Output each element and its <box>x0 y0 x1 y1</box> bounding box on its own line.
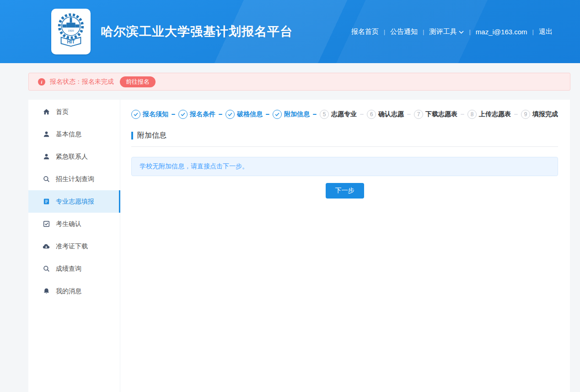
step-2: 报名条件 <box>178 110 215 119</box>
sidebar-item-label: 成绩查询 <box>56 265 81 273</box>
status-alert: i 报名状态：报名未完成 前往报名 <box>28 73 570 91</box>
sidebar-item-plan-query[interactable]: 招生计划查询 <box>28 168 120 190</box>
sidebar-item-candidate-confirm[interactable]: 考生确认 <box>28 213 120 235</box>
info-icon: i <box>38 78 45 86</box>
user-icon <box>43 131 50 138</box>
sidebar-item-emergency-contact[interactable]: 紧急联系人 <box>28 145 120 168</box>
step-3: 破格信息 <box>226 110 263 119</box>
notice-banner: 学校无附加信息，请直接点击下一步。 <box>131 157 558 176</box>
sidebar-item-admission-ticket[interactable]: 准考证下载 <box>28 235 120 258</box>
step-number: 8 <box>467 110 477 119</box>
nav-link-logout[interactable]: 退出 <box>539 27 553 36</box>
step-5: 5 志愿专业 <box>320 110 357 119</box>
step-connector <box>461 114 464 115</box>
check-icon <box>273 110 282 119</box>
button-row: 下一步 <box>131 183 558 199</box>
section-header: 附加信息 <box>131 131 558 147</box>
step-connector <box>172 114 175 115</box>
content-area: 报名须知 报名条件 破格信息 附加信息 5 志愿专业 <box>120 100 570 392</box>
step-connector <box>266 114 269 115</box>
sidebar-item-label: 招生计划查询 <box>56 175 94 183</box>
alert-text: 报名状态：报名未完成 <box>50 78 114 86</box>
section-title: 附加信息 <box>137 131 166 140</box>
step-connector <box>219 114 222 115</box>
svg-text:HIT: HIT <box>67 39 75 44</box>
go-register-button[interactable]: 前往报名 <box>120 76 156 87</box>
search-icon <box>43 176 50 183</box>
nav-dropdown-tools[interactable]: 测评工具 <box>429 27 464 36</box>
step-7: 7 下载志愿表 <box>414 110 457 119</box>
university-logo: 1920 HIT <box>51 9 91 54</box>
step-connector <box>313 114 317 115</box>
sidebar-item-label: 我的消息 <box>56 287 81 295</box>
cloud-download-icon <box>43 243 50 250</box>
step-6: 6 确认志愿 <box>367 110 404 119</box>
main-card: 首页 基本信息 紧急联系人 招生计划查询 专业志愿填报 <box>28 100 570 392</box>
section-accent-bar <box>131 132 133 140</box>
sidebar-item-basic-info[interactable]: 基本信息 <box>28 123 120 145</box>
home-icon <box>43 108 50 116</box>
user-icon <box>43 153 50 161</box>
nav-user-email[interactable]: maz_i@163.com <box>476 28 527 36</box>
check-icon <box>131 110 140 119</box>
chevron-down-icon <box>459 31 464 34</box>
progress-stepper: 报名须知 报名条件 破格信息 附加信息 5 志愿专业 <box>131 110 558 119</box>
nav-link-notices[interactable]: 公告通知 <box>390 27 418 36</box>
search-icon <box>43 265 50 273</box>
step-8: 8 上传志愿表 <box>467 110 511 119</box>
sidebar-item-label: 基本信息 <box>56 130 81 139</box>
nav-separator: | <box>384 28 385 35</box>
check-icon <box>226 110 235 119</box>
sidebar-item-home[interactable]: 首页 <box>28 101 120 123</box>
page-title: 哈尔滨工业大学强基计划报名平台 <box>101 23 293 40</box>
bell-icon <box>43 288 50 295</box>
sidebar-item-messages[interactable]: 我的消息 <box>28 280 120 302</box>
sidebar: 首页 基本信息 紧急联系人 招生计划查询 专业志愿填报 <box>28 100 120 392</box>
step-4: 附加信息 <box>273 110 310 119</box>
sidebar-item-label: 首页 <box>56 108 69 116</box>
sidebar-item-label: 考生确认 <box>56 220 81 228</box>
hit-emblem-icon: 1920 HIT <box>55 11 87 52</box>
step-number: 5 <box>320 110 329 119</box>
nav-separator: | <box>532 28 534 35</box>
sidebar-item-major-application[interactable]: 专业志愿填报 <box>28 190 120 213</box>
top-nav: 报名首页 | 公告通知 | 测评工具 | maz_i@163.com | 退出 <box>351 27 553 36</box>
nav-link-home[interactable]: 报名首页 <box>351 27 379 36</box>
app-header: 1920 HIT 哈尔滨工业大学强基计划报名平台 报名首页 | 公告通知 | 测… <box>0 0 580 63</box>
step-connector <box>407 114 411 115</box>
step-number: 7 <box>414 110 423 119</box>
sidebar-item-score-query[interactable]: 成绩查询 <box>28 258 120 280</box>
sidebar-item-label: 紧急联系人 <box>56 153 88 161</box>
sidebar-item-label: 专业志愿填报 <box>56 198 94 206</box>
step-1: 报名须知 <box>131 110 168 119</box>
step-connector <box>514 114 518 115</box>
sidebar-item-label: 准考证下载 <box>56 242 88 251</box>
step-connector <box>360 114 364 115</box>
nav-separator: | <box>423 28 424 35</box>
step-number: 6 <box>367 110 376 119</box>
check-icon <box>178 110 188 119</box>
step-number: 9 <box>521 110 530 119</box>
nav-tools-label: 测评工具 <box>429 27 456 36</box>
check-square-icon <box>43 220 50 228</box>
next-step-button[interactable]: 下一步 <box>326 183 364 199</box>
svg-text:1920: 1920 <box>68 29 75 32</box>
nav-separator: | <box>469 28 470 35</box>
document-icon <box>43 198 50 205</box>
step-9: 9 填报完成 <box>521 110 558 119</box>
